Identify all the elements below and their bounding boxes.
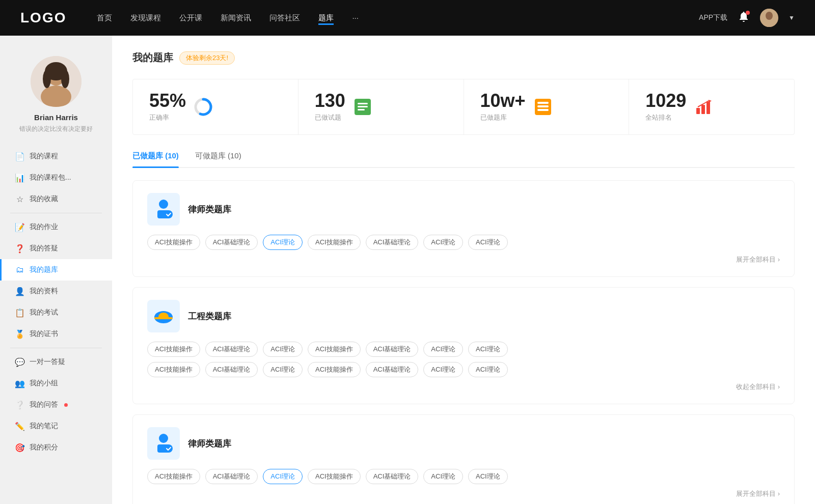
nav-more[interactable]: ··· — [352, 11, 359, 25]
tag-1-4[interactable]: ACI基础理论 — [366, 235, 419, 250]
sidebar-user-motto: 错误的决定比没有决定要好 — [19, 125, 93, 133]
correct-rate-icon — [193, 97, 213, 117]
nav-home[interactable]: 首页 — [97, 11, 112, 25]
user-menu-chevron[interactable]: ▼ — [789, 14, 795, 21]
tag-2-2[interactable]: ACI理论 — [263, 342, 303, 357]
bank-card-1-expand[interactable]: 展开全部科目 › — [147, 255, 780, 264]
paper-icon: 📋 — [15, 308, 24, 317]
page-title: 我的题库 — [132, 51, 173, 65]
sidebar-item-course-package[interactable]: 📊 我的课程包... — [0, 167, 112, 188]
stat-site-rank-value: 1029 — [645, 92, 686, 110]
nav-open-course[interactable]: 公开课 — [179, 11, 202, 25]
nav-qa[interactable]: 问答社区 — [269, 11, 300, 25]
tag-2-r2-4[interactable]: ACI基础理论 — [366, 362, 419, 377]
bank-card-2-collapse[interactable]: 收起全部科目 › — [147, 382, 780, 391]
bank-card-1-title: 律师类题库 — [188, 204, 231, 215]
user-avatar[interactable] — [760, 9, 778, 27]
bank-card-3-header: 律师类题库 — [147, 427, 780, 460]
tag-2-r2-5[interactable]: ACI理论 — [423, 362, 463, 377]
svg-point-11 — [198, 102, 208, 112]
tag-3-1[interactable]: ACI基础理论 — [205, 469, 258, 484]
nav-discover[interactable]: 发现课程 — [130, 11, 161, 25]
bank-card-2-icon — [147, 300, 180, 332]
bank-card-3-title: 律师类题库 — [188, 438, 231, 450]
bank-card-lawyer-1: 律师类题库 ACI技能操作 ACI基础理论 ACI理论 ACI技能操作 ACI基… — [132, 180, 795, 277]
header-right: APP下载 ▼ — [699, 9, 795, 27]
sidebar-item-favorites[interactable]: ☆ 我的收藏 — [0, 188, 112, 210]
nav-question-bank[interactable]: 题库 — [318, 11, 334, 25]
svg-point-24 — [159, 200, 168, 209]
bank-card-1-icon — [147, 193, 180, 226]
sidebar-item-certificate[interactable]: 🏅 我的证书 — [0, 323, 112, 345]
sidebar-item-one-on-one[interactable]: 💬 一对一答疑 — [0, 351, 112, 373]
tag-1-1[interactable]: ACI基础理论 — [205, 235, 258, 250]
sidebar-profile: Brian Harris 错误的决定比没有决定要好 — [0, 46, 112, 146]
tab-available-banks[interactable]: 可做题库 (10) — [195, 151, 241, 167]
sidebar-item-my-data[interactable]: 👤 我的资料 — [0, 281, 112, 302]
sidebar-item-my-courses[interactable]: 📄 我的课程 — [0, 146, 112, 167]
tag-3-3[interactable]: ACI技能操作 — [308, 469, 361, 484]
bank-card-2-tags-row2: ACI技能操作 ACI基础理论 ACI理论 ACI技能操作 ACI基础理论 AC… — [147, 362, 780, 377]
tag-1-2[interactable]: ACI理论 — [263, 235, 303, 250]
bank-card-lawyer-2: 律师类题库 ACI技能操作 ACI基础理论 ACI理论 ACI技能操作 ACI基… — [132, 414, 795, 504]
tag-2-r2-1[interactable]: ACI基础理论 — [205, 362, 258, 377]
tag-3-0[interactable]: ACI技能操作 — [147, 469, 200, 484]
tag-2-3[interactable]: ACI技能操作 — [308, 342, 361, 357]
svg-rect-13 — [358, 103, 368, 104]
tag-1-6[interactable]: ACI理论 — [468, 235, 508, 250]
tag-2-6[interactable]: ACI理论 — [468, 342, 508, 357]
sidebar-item-groups[interactable]: 👥 我的小组 — [0, 373, 112, 394]
sidebar-item-qa[interactable]: ❓ 我的答疑 — [0, 238, 112, 259]
tag-2-r2-3[interactable]: ACI技能操作 — [308, 362, 361, 377]
sidebar-item-points[interactable]: 🎯 我的积分 — [0, 437, 112, 458]
tab-done-banks[interactable]: 已做题库 (10) — [132, 151, 179, 167]
tag-1-3[interactable]: ACI技能操作 — [308, 235, 361, 250]
svg-point-32 — [165, 444, 173, 453]
sidebar-item-homework[interactable]: 📝 我的作业 — [0, 216, 112, 238]
star-icon: ☆ — [15, 194, 24, 204]
svg-rect-19 — [537, 109, 549, 111]
stat-site-rank: 1029 全站排名 — [629, 79, 794, 134]
tag-3-4[interactable]: ACI基础理论 — [366, 469, 419, 484]
tag-1-5[interactable]: ACI理论 — [423, 235, 463, 250]
svg-rect-14 — [358, 106, 368, 107]
score-icon: 🎯 — [15, 443, 24, 452]
app-download-button[interactable]: APP下载 — [699, 13, 727, 22]
svg-point-30 — [159, 434, 168, 443]
bank-card-1-header: 律师类题库 — [147, 193, 780, 226]
tag-2-r2-2[interactable]: ACI理论 — [263, 362, 303, 377]
tag-3-5[interactable]: ACI理论 — [423, 469, 463, 484]
bank-card-2-header: 工程类题库 — [147, 300, 780, 332]
sidebar-item-question-bank[interactable]: 🗂 我的题库 — [0, 259, 112, 281]
questions-notification-dot — [64, 403, 68, 407]
tag-2-1[interactable]: ACI基础理论 — [205, 342, 258, 357]
sidebar-item-my-questions[interactable]: ❔ 我的问答 — [0, 394, 112, 415]
svg-rect-29 — [154, 317, 173, 319]
bar-icon: 📊 — [15, 173, 24, 182]
tag-3-6[interactable]: ACI理论 — [468, 469, 508, 484]
tag-1-0[interactable]: ACI技能操作 — [147, 235, 200, 250]
sidebar-item-notes[interactable]: ✏️ 我的笔记 — [0, 415, 112, 437]
svg-rect-15 — [358, 109, 365, 110]
done-questions-icon — [352, 97, 373, 117]
tag-3-2[interactable]: ACI理论 — [263, 469, 303, 484]
homework-icon: 📝 — [15, 222, 24, 232]
done-banks-icon — [533, 97, 553, 117]
tag-2-5[interactable]: ACI理论 — [423, 342, 463, 357]
sidebar-item-my-exam[interactable]: 📋 我的考试 — [0, 302, 112, 323]
tabs: 已做题库 (10) 可做题库 (10) — [132, 151, 795, 168]
sidebar-menu: 📄 我的课程 📊 我的课程包... ☆ 我的收藏 📝 我的作业 ❓ 我的答疑 � — [0, 146, 112, 458]
notification-bell[interactable] — [738, 11, 750, 25]
tag-2-r2-0[interactable]: ACI技能操作 — [147, 362, 200, 377]
tag-2-4[interactable]: ACI基础理论 — [366, 342, 419, 357]
sidebar-avatar — [31, 56, 82, 107]
tag-2-r2-6[interactable]: ACI理论 — [468, 362, 508, 377]
bank-card-3-expand[interactable]: 展开全部科目 › — [147, 489, 780, 498]
site-rank-icon — [693, 97, 714, 117]
bank-card-3-tags: ACI技能操作 ACI基础理论 ACI理论 ACI技能操作 ACI基础理论 AC… — [147, 469, 780, 484]
nav-news[interactable]: 新闻资讯 — [221, 11, 251, 25]
chat-icon: 💬 — [15, 357, 24, 367]
svg-point-1 — [766, 12, 773, 20]
stat-correct-rate-label: 正确率 — [149, 113, 186, 122]
tag-2-0[interactable]: ACI技能操作 — [147, 342, 200, 357]
